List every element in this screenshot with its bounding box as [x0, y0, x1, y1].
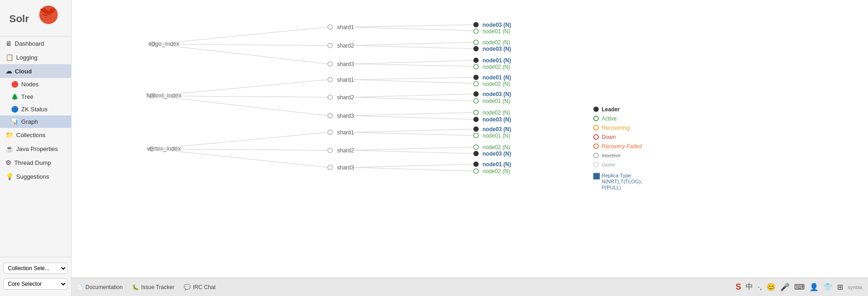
graph-icon: 📊: [11, 118, 18, 125]
legend-down-dot: [594, 135, 598, 139]
vertex-shard1-r1-label: node03 (N): [482, 126, 511, 133]
fulltext-shard2-label: shard2: [337, 94, 354, 101]
fulltext-shard1-r1-label: node01 (N): [482, 74, 511, 81]
edge-shard2-r1-label: node02 (N): [482, 39, 510, 46]
fulltext-shard1-label: shard1: [337, 77, 354, 83]
sidebar-item-suggestions[interactable]: 💡 Suggestions: [0, 169, 71, 183]
legend-replica-types: N(NRT),T(TLOG),: [602, 179, 642, 184]
edge-shard2-r2-dot: [474, 47, 478, 51]
legend-recovery-failed-dot: [594, 144, 598, 149]
sidebar-item-nodes[interactable]: 🔴 Nodes: [0, 78, 71, 91]
sidebar-item-thread-dump[interactable]: ⚙ Thread Dump: [0, 156, 71, 169]
cloud-icon: ☁: [6, 67, 12, 75]
documentation-link[interactable]: 📄 Documentation: [76, 284, 123, 290]
logo: Solr: [0, 0, 71, 36]
fulltext-shard2-r1-dot: [474, 92, 478, 97]
sidebar-item-graph[interactable]: 📊 Graph: [0, 115, 71, 128]
issue-tracker-icon: 🐛: [132, 284, 139, 290]
edge-shard1-r1-dot: [474, 23, 478, 27]
vertex-shard2-label: shard2: [337, 147, 354, 154]
line-edge-shard2-r1: [353, 42, 473, 46]
edge-shard1-dot: [328, 25, 332, 30]
documentation-icon: 📄: [76, 284, 83, 290]
sidebar-item-java-properties[interactable]: ☕ Java Properties: [0, 142, 71, 156]
taskbar-emoji-icon[interactable]: 😊: [766, 282, 777, 292]
cloud-section: 🔴 Nodes 🌲 Tree 🔵 ZK Status 📊 Graph: [0, 78, 71, 128]
taskbar-shirt-icon[interactable]: 👕: [822, 282, 833, 292]
line-vertex-shard1: [154, 133, 328, 149]
legend-leader-dot: [594, 107, 598, 112]
sidebar-item-logging[interactable]: 📋 Logging: [0, 50, 71, 64]
edge-shard1-r1-label: node03 (N): [482, 22, 511, 28]
taskbar-dot-icon[interactable]: ·,: [757, 282, 763, 292]
sidebar-item-tree[interactable]: 🌲 Tree: [0, 91, 71, 103]
edge-shard3-label: shard3: [337, 61, 354, 67]
line-vertex-shard3-r2: [353, 168, 473, 171]
taskbar-zh-icon[interactable]: 中: [745, 281, 754, 293]
fulltext-shard1-r2-dot: [474, 82, 478, 86]
sidebar: Solr 🖥 Dashboard 📋 Logging ☁ Cloud �: [0, 0, 72, 296]
line-fulltext-shard1: [154, 80, 328, 96]
fulltext-shard3-label: shard3: [337, 113, 354, 119]
issue-tracker-link[interactable]: 🐛 Issue Tracker: [132, 284, 175, 290]
line-edge-shard2-r2: [353, 46, 473, 49]
legend-replica-rect: [593, 173, 600, 180]
taskbar-syntax-label: syntax: [847, 284, 863, 291]
line-vertex-shard3-r1: [353, 164, 473, 168]
edge-shard1-label: shard1: [337, 24, 354, 30]
edge-shard3-r2-label: node02 (N): [482, 64, 510, 70]
edge-shard2-r2-label: node03 (N): [482, 46, 511, 52]
line-fulltext-shard3-r1: [353, 113, 473, 116]
sidebar-bottom: Collection Sele... Core Selector: [0, 257, 71, 296]
taskbar-keyboard-icon[interactable]: ⌨: [793, 282, 806, 292]
sidebar-item-collections[interactable]: 📁 Collections: [0, 128, 71, 142]
sidebar-item-zk-status[interactable]: 🔵 ZK Status: [0, 103, 71, 115]
line-vertex-shard1-r1: [353, 129, 473, 133]
footer-icons: S 中 ·, 😊 🎤 ⌨ 👤 👕 ⊞ syntax: [735, 281, 863, 293]
line-fulltext-shard2-r2: [353, 97, 473, 101]
edge-shard2-r1-dot: [474, 40, 478, 45]
sidebar-item-cloud[interactable]: ☁ Cloud: [0, 64, 71, 78]
fulltext-shard3-r1-dot: [474, 110, 478, 115]
collection-selector[interactable]: Collection Sele...: [4, 263, 67, 274]
line-edge-shard1-r1: [353, 25, 473, 27]
dashboard-icon: 🖥: [6, 40, 12, 47]
vertex-shard1-dot: [328, 130, 332, 135]
line-fulltext-shard1-r1: [353, 78, 473, 80]
fulltext-shard2-r1-label: node03 (N): [482, 91, 511, 97]
legend-active-label: Active: [602, 115, 617, 122]
taskbar-solr-icon[interactable]: S: [735, 281, 742, 293]
edge-shard2-label: shard2: [337, 42, 354, 49]
edge-shard2-dot: [328, 43, 332, 48]
svg-text:Solr: Solr: [9, 13, 29, 24]
thread-dump-icon: ⚙: [6, 159, 12, 166]
edge-shard1-r2-label: node01 (N): [482, 28, 510, 35]
legend-inactive-dot: [594, 153, 598, 158]
edge-shard3-r1-label: node01 (N): [482, 57, 511, 64]
irc-chat-link[interactable]: 💬 IRC Chat: [184, 284, 216, 290]
legend-replica-label: Replica Type:: [602, 173, 632, 178]
core-selector[interactable]: Core Selector: [4, 278, 67, 290]
java-icon: ☕: [6, 145, 13, 152]
vertex-shard3-r2-label: node02 (N): [482, 168, 510, 175]
edge-shard1-r2-dot: [474, 29, 478, 34]
legend-gone-label: Gone: [602, 162, 615, 168]
fulltext-shard2-r2-dot: [474, 99, 478, 103]
vertex-shard3-r1-label: node01 (N): [482, 161, 511, 168]
taskbar-user-icon[interactable]: 👤: [808, 282, 820, 292]
vertex-shard2-r1-dot: [474, 145, 478, 150]
legend-inactive-label: Inactive: [602, 152, 621, 159]
taskbar-grid-icon[interactable]: ⊞: [836, 282, 844, 292]
line-fulltext-shard2-r1: [353, 94, 473, 97]
irc-chat-icon: 💬: [184, 284, 191, 290]
taskbar-mic-icon[interactable]: 🎤: [779, 282, 790, 292]
fulltext-shard1-r2-label: node02 (N): [482, 81, 510, 87]
line-vertex-shard2-r2: [353, 151, 473, 154]
fulltext-shard3-r1-label: node02 (N): [482, 109, 510, 116]
vertex-shard1-label: shard1: [337, 129, 354, 136]
collections-icon: 📁: [6, 131, 13, 139]
vertex-shard3-r1-dot: [474, 162, 478, 167]
vertex-shard1-r2-dot: [474, 133, 478, 138]
sidebar-item-dashboard[interactable]: 🖥 Dashboard: [0, 36, 71, 50]
vertex-shard2-dot: [328, 148, 332, 153]
